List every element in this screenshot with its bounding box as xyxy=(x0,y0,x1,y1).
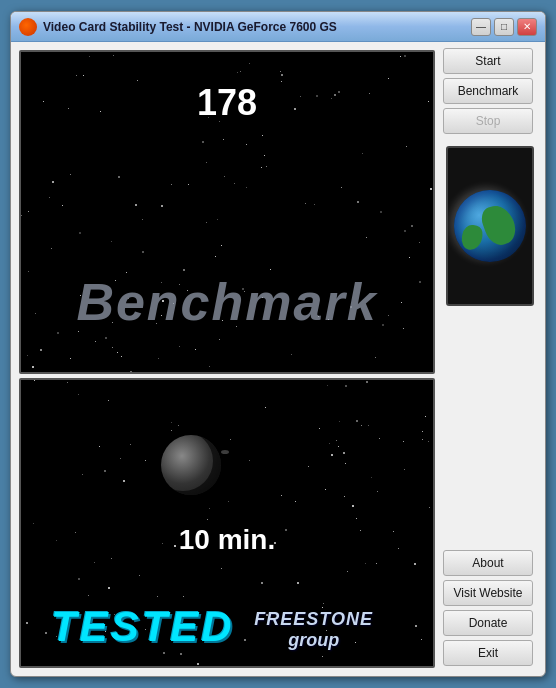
benchmark-panel: 178 Benchmark xyxy=(19,50,435,374)
time-label: 10 min. xyxy=(179,524,275,556)
sidebar-bottom-buttons: About Visit Website Donate Exit xyxy=(443,550,537,670)
moon-graphic xyxy=(161,435,221,495)
about-button[interactable]: About xyxy=(443,550,533,576)
donate-button[interactable]: Donate xyxy=(443,610,533,636)
globe-area xyxy=(443,138,537,546)
main-window: Video Card Stability Test - NVIDIA GeFor… xyxy=(10,11,546,677)
start-button[interactable]: Start xyxy=(443,48,533,74)
window-title: Video Card Stability Test - NVIDIA GeFor… xyxy=(43,20,471,34)
benchmark-button[interactable]: Benchmark xyxy=(443,78,533,104)
sidebar-top-buttons: Start Benchmark Stop xyxy=(443,48,537,134)
exit-button[interactable]: Exit xyxy=(443,640,533,666)
window-controls: — □ ✕ xyxy=(471,18,537,36)
app-icon xyxy=(19,18,37,36)
globe-display xyxy=(446,146,534,306)
title-bar: Video Card Stability Test - NVIDIA GeFor… xyxy=(11,12,545,42)
freestone-line1: FREESTONE xyxy=(254,609,373,630)
frame-number: 178 xyxy=(197,82,257,124)
main-panels: 178 Benchmark 10 min. TESTED FREESTONE g… xyxy=(11,42,435,676)
freestone-line2: group xyxy=(254,630,373,651)
maximize-button[interactable]: □ xyxy=(494,18,514,36)
minimize-button[interactable]: — xyxy=(471,18,491,36)
close-button[interactable]: ✕ xyxy=(517,18,537,36)
tested-label: TESTED xyxy=(51,603,235,651)
content-area: 178 Benchmark 10 min. TESTED FREESTONE g… xyxy=(11,42,545,676)
stats-panel: 10 min. TESTED FREESTONE group xyxy=(19,378,435,668)
benchmark-label: Benchmark xyxy=(21,272,433,332)
sidebar: Start Benchmark Stop About Visit Website… xyxy=(435,42,545,676)
globe-graphic xyxy=(454,190,526,262)
stop-button[interactable]: Stop xyxy=(443,108,533,134)
freestone-group: FREESTONE group xyxy=(254,609,373,651)
visit-website-button[interactable]: Visit Website xyxy=(443,580,533,606)
